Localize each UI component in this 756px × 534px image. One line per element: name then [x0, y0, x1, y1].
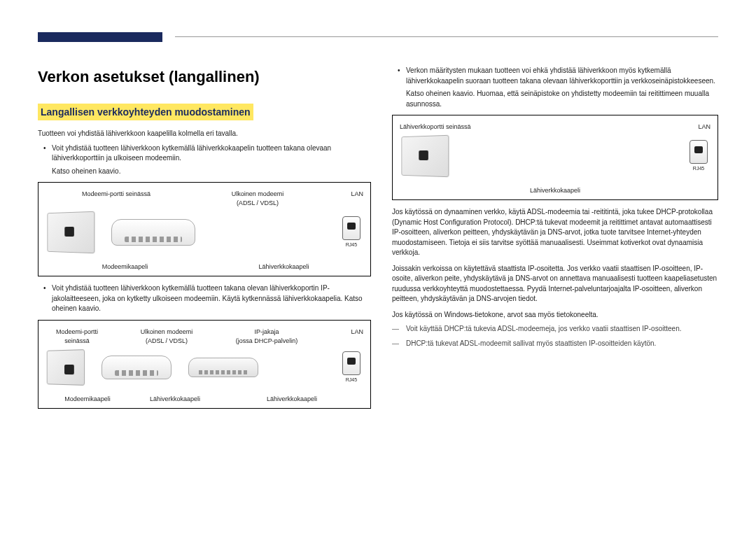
label-ext-modem: Ulkoinen modeemi (ADSL / VDSL) — [187, 190, 328, 208]
modem-icon-2 — [102, 356, 172, 379]
section-heading: Langallisen verkkoyhteyden muodostaminen — [38, 104, 253, 120]
lan-port-icon-2: RJ45 — [340, 351, 363, 384]
paragraph-static-ip: Joissakin verkoissa on käytettävä staatt… — [392, 264, 718, 304]
bullet-item-1: Voit yhdistää tuotteen lähiverkkoon kytk… — [52, 143, 371, 177]
label-lan-cable-3: Lähiverkkokaapeli — [400, 186, 710, 195]
note-dhcp-adsl: Voit käyttää DHCP:tä tukevia ADSL-modeem… — [392, 324, 718, 335]
label-modem-port: Modeemi-portti seinässä — [46, 190, 187, 199]
diagram-modem-direct: Modeemi-portti seinässä Ulkoinen modeemi… — [38, 182, 371, 276]
label-lan: LAN — [328, 190, 363, 199]
bullet-1-sub: Katso oheinen kaavio. — [52, 167, 371, 177]
paragraph-dhcp: Jos käytössä on dynaaminen verkko, käytä… — [392, 207, 718, 258]
bullet-item-2: Voit yhdistää tuotteen lähiverkkoon kytk… — [52, 283, 371, 314]
label-wall-lan-port: Lähiverkkoportti seinässä — [400, 122, 512, 132]
wall-plate-icon-3 — [401, 135, 449, 178]
header-divider — [175, 36, 718, 37]
lan-port-icon: RJ45 — [340, 216, 363, 248]
note-dhcp-static: DHCP:tä tukevat ADSL-modeemit sallivat m… — [392, 339, 718, 349]
label-ext-modem-2: Ulkoinen modeemi (ADSL / VDSL) — [128, 328, 205, 346]
paragraph-windows: Jos käytössä on Windows-tietokone, arvot… — [392, 310, 718, 321]
right-bullet: Verkon määritysten mukaan tuotteen voi e… — [406, 66, 718, 109]
right-column: Verkon määritysten mukaan tuotteen voi e… — [392, 66, 718, 416]
page-title: Verkon asetukset (langallinen) — [38, 66, 371, 88]
intro-text: Tuotteen voi yhdistää lähiverkkoon kaape… — [38, 129, 371, 139]
wall-plate-icon-2 — [47, 349, 85, 386]
bullet-2-text: Voit yhdistää tuotteen lähiverkkoon kytk… — [52, 284, 363, 312]
right-bullet-sub: Katso oheinen kaavio. Huomaa, että seinä… — [406, 89, 718, 109]
label-lan-cable-2a: Lähiverkkokaapeli — [130, 395, 220, 404]
diagram-ip-sharer: Modeemi-portti seinässä Ulkoinen modeemi… — [38, 320, 371, 409]
diagram-wall-direct: Lähiverkkoportti seinässä LAN RJ45 Lähiv… — [392, 115, 718, 200]
bullet-1-text: Voit yhdistää tuotteen lähiverkkoon kytk… — [52, 144, 331, 162]
wall-plate-icon — [47, 211, 94, 254]
label-ip-sharer: IP-jakaja (jossa DHCP-palvelin) — [225, 328, 309, 346]
header-accent-bar — [38, 32, 162, 42]
label-modem-cable: Modeemikaapeli — [46, 262, 204, 272]
ip-sharer-icon — [188, 358, 258, 377]
left-column: Verkon asetukset (langallinen) Langallis… — [38, 66, 371, 416]
label-lan-cable: Lähiverkkokaapeli — [204, 262, 363, 272]
label-lan-cable-2b: Lähiverkkokaapeli — [220, 395, 363, 404]
lan-port-icon-3: RJ45 — [687, 140, 710, 172]
label-lan-3: LAN — [676, 122, 710, 132]
right-bullet-text: Verkon määritysten mukaan tuotteen voi e… — [406, 66, 715, 85]
modem-icon — [111, 219, 195, 246]
label-modem-port-2: Modeemi-portti seinässä — [46, 328, 108, 346]
label-modem-cable-2: Modeemikaapeli — [46, 395, 130, 404]
label-lan-2: LAN — [328, 328, 363, 337]
